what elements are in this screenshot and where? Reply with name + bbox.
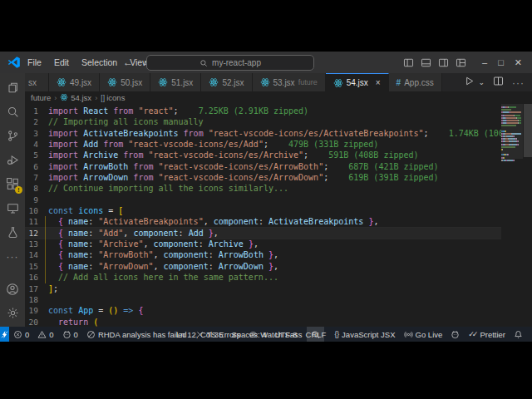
sidebar-icon-more[interactable]: ··· xyxy=(0,244,25,268)
tab-App-css[interactable]: #App.css xyxy=(389,73,442,91)
menu-item-selection[interactable]: Selection xyxy=(81,57,117,67)
status-label: Prettier xyxy=(480,330,505,339)
customize-layout-icon[interactable] xyxy=(456,57,466,68)
close-button[interactable]: ✕ xyxy=(515,57,522,68)
status-remote-indicator[interactable] xyxy=(0,327,9,342)
code-line-7: 7import ArrowDown from "react-vscode-ico… xyxy=(25,172,501,183)
testing-icon xyxy=(7,226,19,239)
tab-49-jsx[interactable]: 49.jsx xyxy=(49,73,100,91)
code-line-5: 5import Archive from "react-vscode-icons… xyxy=(25,150,501,160)
minimap[interactable] xyxy=(501,104,523,327)
sidebar-icon-remote-explorer[interactable] xyxy=(0,196,25,220)
minimize-button[interactable]: – xyxy=(482,57,487,67)
status-encoding[interactable]: UTF-8 xyxy=(271,327,302,342)
sidebar-icon-explorer[interactable] xyxy=(0,76,25,100)
code-line-text: { name: "Add", component: Add }, xyxy=(38,228,219,239)
sidebar-icon-testing[interactable] xyxy=(0,220,25,244)
tab-53-jsx[interactable]: 53.jsxfuture xyxy=(253,73,326,91)
breadcrumb-item-icons[interactable]: [ ]icons xyxy=(101,93,125,102)
tab-54-jsx[interactable]: 54.jsx× xyxy=(326,73,389,91)
status-indentation[interactable]: Spaces: 4 xyxy=(227,327,270,342)
title-bar: FileEditSelectionView··· ← → my-react-ap… xyxy=(0,52,532,73)
chevron-down-icon: ⌄ xyxy=(478,78,485,86)
line-number: 4 xyxy=(25,139,38,150)
nav-back-button[interactable]: ← xyxy=(123,57,133,68)
tab-50-jsx[interactable]: 50.jsx xyxy=(100,73,150,91)
status-cursor-position[interactable]: Ln 12, Col 35 xyxy=(172,327,228,342)
minimap-line xyxy=(501,122,523,124)
scrollbar-slider[interactable] xyxy=(524,104,532,157)
line-number: 9 xyxy=(25,195,38,205)
status-prettier[interactable]: ✓✓Prettier xyxy=(464,327,510,342)
status-notifications-bell[interactable] xyxy=(510,327,527,342)
status-language-mode[interactable]: {}JavaScript JSX xyxy=(330,327,399,342)
octoface-icon xyxy=(451,330,460,339)
sidebar-icon-search[interactable] xyxy=(0,100,25,124)
code-line-text: import ArrowDown from "react-vscode-icon… xyxy=(38,172,439,183)
line-number: 11 xyxy=(25,216,38,227)
code-line-text: import React from "react"; 7.25KB (2.91K… xyxy=(38,106,308,116)
code-line-text: import Add from "react-vscode-icons/es/A… xyxy=(38,139,378,150)
sidebar-icon-extensions[interactable]: ! xyxy=(0,172,25,196)
tab-51-jsx[interactable]: 51.jsx xyxy=(150,73,201,91)
tab-label: App.css xyxy=(404,78,434,87)
status-github-status[interactable] xyxy=(446,327,464,342)
breadcrumb-item-future[interactable]: future xyxy=(31,93,51,102)
code-line-text: // Continue importing all the icons simi… xyxy=(38,183,288,194)
line-number: 8 xyxy=(25,183,38,194)
bell-icon xyxy=(514,330,523,339)
tab-52-jsx[interactable]: 52.jsx xyxy=(201,73,252,91)
editor-scrollbar[interactable] xyxy=(523,104,532,327)
search-icon xyxy=(7,106,19,118)
sidebar-icon-accounts[interactable] xyxy=(0,277,25,301)
remote-explorer-icon xyxy=(7,202,19,214)
status-go-live[interactable]: Go Live xyxy=(400,327,447,342)
breadcrumb-separator: › xyxy=(54,94,57,102)
status-ports-count[interactable]: 0 xyxy=(58,327,82,342)
line-number: 17 xyxy=(25,283,38,294)
command-center-search[interactable]: my-react-app xyxy=(146,55,314,71)
more-actions-button[interactable]: ··· xyxy=(512,75,525,90)
sidebar-icon-source-control[interactable] xyxy=(0,124,25,148)
status-eol[interactable]: CRLF xyxy=(302,327,331,342)
double-check-icon: ✓✓ xyxy=(468,330,475,338)
tab-label: sx xyxy=(28,78,37,87)
breadcrumb-label: 54.jsx xyxy=(71,93,91,102)
code-line-text: { name: "ArrowBoth", component: ArrowBot… xyxy=(38,249,278,260)
line-number: 3 xyxy=(25,128,38,139)
breadcrumb-item-54-jsx[interactable]: 54.jsx xyxy=(60,93,91,103)
minimap-line xyxy=(501,115,523,116)
minimap-line xyxy=(501,160,523,161)
split-editor-button[interactable] xyxy=(493,75,504,90)
run-button[interactable] xyxy=(464,75,475,90)
sidebar-icon-settings[interactable] xyxy=(0,301,25,325)
tab-label: 51.jsx xyxy=(171,78,193,87)
restore-button[interactable]: □ xyxy=(498,57,504,67)
editor-actions: ⌄··· xyxy=(456,73,532,91)
code-editor[interactable]: 1import React from "react"; 7.25KB (2.91… xyxy=(25,104,501,327)
tab-close-icon[interactable]: × xyxy=(376,78,381,87)
menu-item-edit[interactable]: Edit xyxy=(54,57,69,67)
line-number: 5 xyxy=(25,150,38,160)
minimap-line xyxy=(501,133,523,135)
code-line-8: 8// Continue importing all the icons sim… xyxy=(25,183,501,194)
toggle-panel-icon[interactable] xyxy=(421,57,431,68)
menu-item-file[interactable]: File xyxy=(27,57,42,67)
css-file-icon: # xyxy=(397,78,401,87)
code-line-14: 14 { name: "ArrowBoth", component: Arrow… xyxy=(25,249,501,260)
tab-sx[interactable]: sx xyxy=(25,73,49,91)
sidebar-icon-run-debug[interactable] xyxy=(0,148,25,172)
line-number: 15 xyxy=(25,261,38,272)
code-line-6: 6import ArrowBoth from "react-vscode-ico… xyxy=(25,161,501,172)
status-label: Spaces: 4 xyxy=(231,330,266,339)
line-number: 10 xyxy=(25,205,38,216)
react-file-icon xyxy=(60,93,68,103)
settings-icon xyxy=(7,307,19,319)
status-problems-warnings[interactable]: 0 xyxy=(33,327,57,342)
toggle-sidebar-icon[interactable] xyxy=(403,57,414,68)
toggle-secondary-sidebar-icon[interactable] xyxy=(438,57,449,68)
tab-bar: sx49.jsx50.jsx51.jsx52.jsx53.jsxfuture54… xyxy=(25,73,532,91)
status-problems-errors[interactable]: 0 xyxy=(9,327,33,342)
line-number: 2 xyxy=(25,116,38,127)
code-line-text: const icons = [ xyxy=(38,205,123,216)
